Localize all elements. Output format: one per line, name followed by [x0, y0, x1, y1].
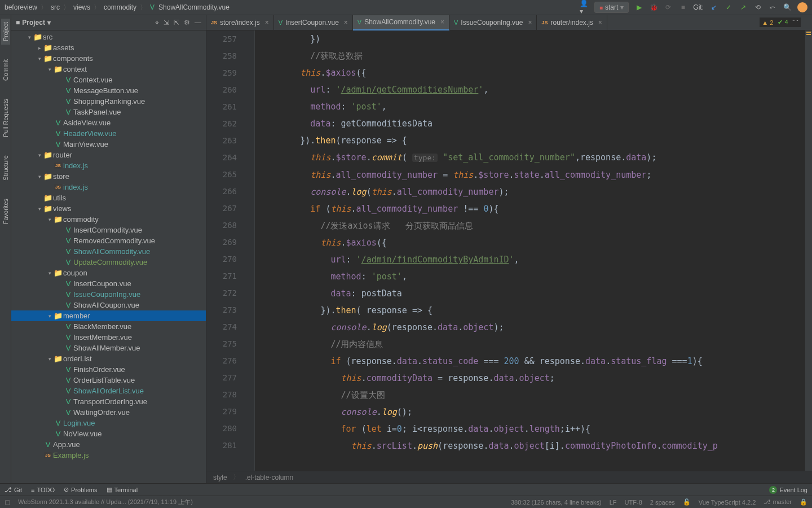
- tree-item[interactable]: VShowAllMember.vue: [11, 343, 206, 353]
- close-icon[interactable]: ×: [265, 19, 269, 27]
- tree-item[interactable]: VHeaderView.vue: [11, 128, 206, 139]
- tool-tab-project[interactable]: Project: [1, 19, 10, 45]
- history-icon[interactable]: ⟲: [753, 3, 762, 12]
- tree-item[interactable]: ▾📁views: [11, 203, 206, 214]
- tree-item[interactable]: VMessageButton.vue: [11, 85, 206, 96]
- project-panel-title[interactable]: ■ Project ▾: [16, 19, 51, 27]
- rollback-icon[interactable]: ⤺: [768, 3, 777, 12]
- tree-item[interactable]: VShowAllCommodity.vue: [11, 246, 206, 257]
- tree-item[interactable]: ▾📁commodity: [11, 214, 206, 225]
- tree-item[interactable]: JSExample.js: [11, 450, 206, 461]
- typos-count[interactable]: ✔ 4: [778, 19, 788, 26]
- problems-tool-button[interactable]: ⊘ Problems: [64, 486, 97, 493]
- hide-icon[interactable]: —: [195, 19, 201, 27]
- memory-indicator[interactable]: 🔒: [800, 498, 807, 506]
- expand-all-icon[interactable]: ⇲: [164, 19, 169, 27]
- tree-item[interactable]: VWaitingOrder.vue: [11, 407, 206, 418]
- warnings-count[interactable]: ▲ 2: [762, 19, 773, 26]
- tool-tab-structure[interactable]: Structure: [1, 152, 10, 184]
- git-tool-button[interactable]: ⎇ Git: [5, 486, 22, 493]
- editor-tab[interactable]: VShowAllCommodity.vue×: [353, 15, 449, 30]
- close-icon[interactable]: ×: [344, 19, 348, 27]
- close-icon[interactable]: ×: [440, 18, 444, 26]
- tool-tab-favorites[interactable]: Favorites: [1, 195, 10, 227]
- todo-tool-button[interactable]: ≡ TODO: [31, 487, 55, 493]
- tree-item[interactable]: ▾📁orderList: [11, 353, 206, 364]
- language-service[interactable]: Vue TypeScript 4.2.2: [699, 499, 756, 506]
- fold-strip[interactable]: [247, 30, 255, 471]
- tree-item[interactable]: VContext.vue: [11, 75, 206, 85]
- breadcrumb-segment[interactable]: beforeview: [5, 3, 37, 11]
- git-pull-icon[interactable]: ↙: [709, 3, 718, 12]
- event-log-button[interactable]: 2 Event Log: [769, 486, 807, 494]
- status-icon[interactable]: ▢: [5, 498, 10, 506]
- tree-item[interactable]: ▾📁store: [11, 171, 206, 182]
- run-button[interactable]: ▶: [634, 3, 643, 12]
- inspections-widget[interactable]: ▲ 2 ✔ 4 ˆ ˇ: [760, 17, 801, 27]
- run-configuration-selector[interactable]: ■start▾: [594, 2, 629, 13]
- breadcrumb-segment[interactable]: src: [51, 3, 60, 11]
- tree-item[interactable]: 📁utils: [11, 192, 206, 203]
- tree-item[interactable]: ▾📁components: [11, 53, 206, 64]
- editor-tab[interactable]: VIssueCouponIng.vue×: [449, 15, 537, 30]
- tree-item[interactable]: VNoView.vue: [11, 428, 206, 439]
- breadcrumb-segment[interactable]: ShowAllCommodity.vue: [158, 3, 230, 11]
- tree-item[interactable]: VTransportOrderIng.vue: [11, 396, 206, 407]
- tree-item[interactable]: ▾📁member: [11, 310, 206, 321]
- tree-item[interactable]: ▾📁router: [11, 150, 206, 160]
- tree-item[interactable]: VIssueCouponIng.vue: [11, 289, 206, 300]
- breadcrumb-segment[interactable]: views: [73, 3, 90, 11]
- git-push-icon[interactable]: ↗: [739, 3, 748, 12]
- breadcrumb[interactable]: beforeview〉src〉views〉commodity〉VShowAllC…: [5, 3, 230, 12]
- tree-item[interactable]: VInsertCoupon.vue: [11, 278, 206, 289]
- tree-item[interactable]: JSindex.js: [11, 160, 206, 171]
- tree-item[interactable]: VMainView.vue: [11, 139, 206, 150]
- tree-item[interactable]: VShoppingRanking.vue: [11, 96, 206, 107]
- line-separator[interactable]: LF: [610, 499, 617, 506]
- structure-breadcrumb-item[interactable]: style: [213, 474, 227, 481]
- editor-tab[interactable]: JSstore/index.js×: [206, 15, 274, 30]
- inspection-nav[interactable]: ˆ ˇ: [793, 19, 798, 26]
- breadcrumb-segment[interactable]: commodity: [104, 3, 136, 11]
- tool-tab-commit[interactable]: Commit: [1, 56, 10, 84]
- read-only-icon[interactable]: 🔓: [683, 498, 691, 506]
- tree-item[interactable]: VBlackMember.vue: [11, 321, 206, 332]
- git-branch[interactable]: ⎇ master: [764, 498, 792, 506]
- caret-position[interactable]: 380:32 (126 chars, 4 line breaks): [511, 499, 602, 506]
- tree-item[interactable]: VFinishOrder.vue: [11, 364, 206, 375]
- avatar[interactable]: [797, 2, 807, 12]
- locate-icon[interactable]: ⌖: [155, 19, 159, 27]
- tree-item[interactable]: VLogin.vue: [11, 418, 206, 428]
- indent-setting[interactable]: 2 spaces: [650, 499, 675, 506]
- tree-item[interactable]: ▸📁assets: [11, 42, 206, 53]
- collapse-all-icon[interactable]: ⇱: [174, 19, 179, 27]
- structure-breadcrumb-item[interactable]: .el-table-column: [245, 474, 293, 481]
- editor-breadcrumb[interactable]: style〉.el-table-column: [206, 471, 812, 483]
- editor-tab[interactable]: VInsertCoupon.vue×: [274, 15, 353, 30]
- tree-item[interactable]: VAsideView.vue: [11, 117, 206, 128]
- tree-item[interactable]: VApp.vue: [11, 439, 206, 450]
- file-encoding[interactable]: UTF-8: [625, 499, 642, 506]
- settings-icon[interactable]: ⚙: [184, 19, 190, 27]
- tree-item[interactable]: ▾📁context: [11, 64, 206, 75]
- code-editor[interactable]: }) //获取总数据 this.$axios({ url: '/admin/ge…: [255, 30, 805, 471]
- tree-item[interactable]: VShowAllCoupon.vue: [11, 300, 206, 310]
- error-stripe[interactable]: [805, 30, 812, 471]
- tree-item[interactable]: VShowAllOrderList.vue: [11, 386, 206, 396]
- search-icon[interactable]: 🔍: [783, 3, 792, 12]
- editor-tab[interactable]: JSrouter/index.js×: [537, 15, 607, 30]
- tool-tab-pull-requests[interactable]: Pull Requests: [1, 95, 10, 141]
- debug-button[interactable]: 🐞: [649, 3, 658, 12]
- tree-item[interactable]: VInsertMember.vue: [11, 332, 206, 343]
- tree-item[interactable]: VOrderListTable.vue: [11, 375, 206, 386]
- close-icon[interactable]: ×: [528, 19, 532, 27]
- tree-item[interactable]: ▾📁coupon: [11, 268, 206, 278]
- tree-item[interactable]: VUpdateCommodity.vue: [11, 257, 206, 268]
- line-number-gutter[interactable]: 2572582592602612622632642652662672682692…: [206, 30, 247, 471]
- close-icon[interactable]: ×: [598, 19, 602, 27]
- project-tree[interactable]: ▾📁src▸📁assets▾📁components▾📁contextVConte…: [11, 30, 206, 483]
- git-commit-icon[interactable]: ✓: [724, 3, 733, 12]
- tree-item[interactable]: VInsertCommodity.vue: [11, 225, 206, 235]
- terminal-tool-button[interactable]: ▤ Terminal: [107, 486, 138, 493]
- tree-item[interactable]: JSindex.js: [11, 182, 206, 192]
